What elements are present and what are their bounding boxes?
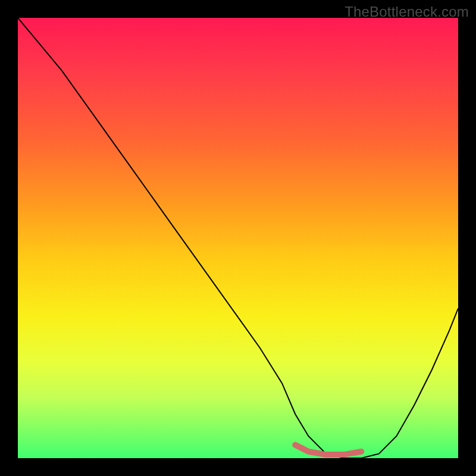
- chart-container: TheBottleneck.com: [0, 0, 476, 476]
- bottleneck-curve: [18, 18, 458, 458]
- chart-svg: [18, 18, 458, 458]
- plot-area: [18, 18, 458, 458]
- optimal-range-highlight: [295, 445, 361, 455]
